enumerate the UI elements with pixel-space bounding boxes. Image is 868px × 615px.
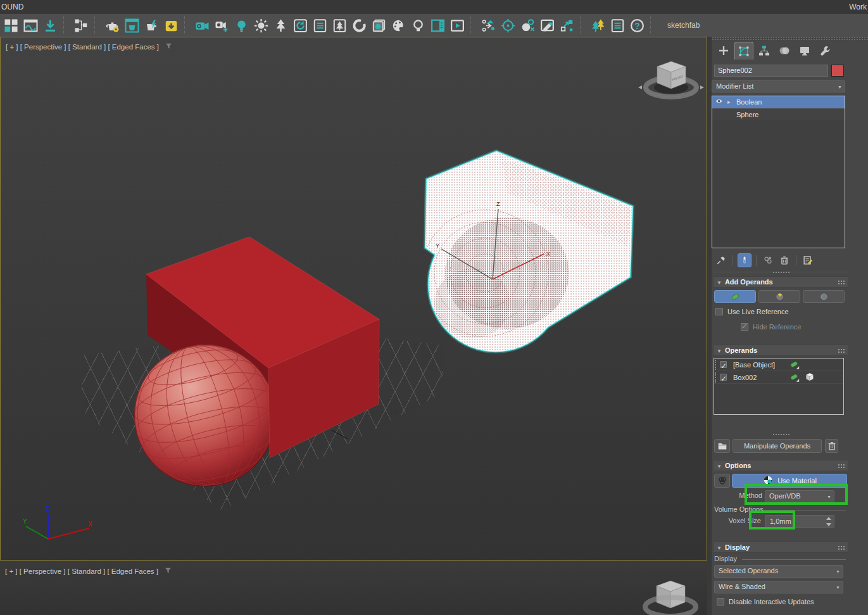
remove-modifier-button[interactable] <box>777 253 791 267</box>
play-window-icon[interactable] <box>448 15 467 35</box>
boolean-result-object[interactable] <box>119 237 379 501</box>
render-setup-icon[interactable] <box>122 15 142 35</box>
show-end-result-button[interactable] <box>738 253 752 267</box>
rollout-collapse-icon[interactable]: ▼ <box>714 348 725 354</box>
drag-handle[interactable] <box>715 372 717 383</box>
voxel-size-field[interactable]: 1,0mm <box>765 515 834 528</box>
operand-label[interactable]: [Base Object] <box>733 358 775 371</box>
operand-row-box002[interactable]: Box002 <box>714 371 843 384</box>
material-mode-button[interactable] <box>714 474 730 488</box>
operand-enable-checkbox[interactable] <box>720 374 727 381</box>
operand-row-base-object[interactable]: [Base Object] <box>714 358 843 371</box>
drag-handle[interactable] <box>715 360 717 370</box>
display-operands-dropdown[interactable]: Selected Operands ▼ <box>714 565 843 578</box>
sphere-paint-icon[interactable] <box>518 15 538 35</box>
array-icon[interactable] <box>1 15 21 35</box>
tab-motion[interactable] <box>775 42 794 60</box>
material-editor-icon[interactable] <box>103 15 122 35</box>
render-production-icon[interactable] <box>161 15 181 35</box>
add-operand-intersect-button[interactable] <box>803 290 845 303</box>
isolate-filter-icon[interactable] <box>163 566 173 576</box>
paint-fill-icon[interactable] <box>538 15 557 35</box>
modifier-stack[interactable]: ▸ Boolean Sphere <box>712 96 845 248</box>
operand-label[interactable]: Box002 <box>733 371 757 384</box>
method-dropdown[interactable]: OpenVDB ▼ <box>765 490 834 503</box>
viewport-secondary[interactable]: [ + ] [ Perspective ] [ Standard ] [ Edg… <box>0 562 707 615</box>
rollout-grip[interactable] <box>838 280 845 285</box>
voxel-size-spinner[interactable] <box>825 517 833 526</box>
openvdb-preview-object[interactable]: Z Y X <box>418 145 640 354</box>
expand-arrow-icon[interactable]: ▸ <box>727 96 731 108</box>
notes-icon[interactable] <box>608 15 627 35</box>
tab-display[interactable] <box>795 42 814 60</box>
stack-item-label[interactable]: Sphere <box>736 109 758 121</box>
rollout-operands-header[interactable]: ▼Operands <box>713 345 848 356</box>
camera-icon[interactable] <box>192 15 212 35</box>
sun-icon[interactable] <box>251 15 271 35</box>
open-operand-file-button[interactable] <box>714 439 730 453</box>
viewport2-label-text[interactable]: [ + ] [ Perspective ] [ Standard ] [ Edg… <box>5 567 158 575</box>
rollout-grip[interactable] <box>838 545 845 550</box>
panel-drag-grip[interactable] <box>712 37 868 41</box>
pin-stack-button[interactable] <box>714 253 728 267</box>
align-boxes-icon[interactable] <box>557 15 577 35</box>
object-name-field[interactable]: Sphere002 <box>714 65 828 77</box>
spinner-down-icon[interactable] <box>826 523 831 526</box>
window-panel-icon[interactable] <box>428 15 448 35</box>
rendered-frame-icon[interactable] <box>142 15 161 35</box>
curve-editor-icon[interactable] <box>21 15 41 35</box>
tab-utilities[interactable] <box>815 42 834 60</box>
isolate-filter-icon[interactable] <box>164 41 173 52</box>
operand-enable-checkbox[interactable] <box>720 361 727 368</box>
remove-operand-button[interactable] <box>825 439 838 453</box>
display-mode-dropdown[interactable]: Wire & Shaded ▼ <box>714 581 843 593</box>
import-icon[interactable] <box>41 15 60 35</box>
operand-box-icon[interactable] <box>804 372 815 387</box>
operand-union-icon[interactable] <box>789 372 800 387</box>
rollout-options-header[interactable]: ▼Options <box>713 460 848 471</box>
script-listener-icon[interactable] <box>310 15 330 35</box>
rollout-collapse-icon[interactable]: ▼ <box>714 280 725 286</box>
rollout-collapse-icon[interactable]: ▼ <box>714 464 725 469</box>
viewcube[interactable]: FRONT <box>638 61 704 97</box>
target-icon[interactable] <box>498 15 518 35</box>
use-live-reference-checkbox[interactable] <box>715 308 723 315</box>
rollout-grip[interactable] <box>838 464 845 469</box>
rollout-grip[interactable] <box>838 348 845 353</box>
spinner-up-icon[interactable] <box>826 517 831 520</box>
rollout-add-operands-header[interactable]: ▼Add Operands <box>713 276 848 288</box>
panel-splitter[interactable] <box>772 270 791 274</box>
add-operand-union-button[interactable] <box>714 290 756 303</box>
rollout-display-header[interactable]: ▼Display <box>713 542 848 553</box>
tab-create[interactable] <box>714 42 733 60</box>
manipulate-operands-button[interactable]: Manipulate Operands <box>733 439 822 453</box>
schematic-view-icon[interactable] <box>72 15 91 35</box>
help-icon[interactable]: ? <box>627 15 647 35</box>
scatter-icon[interactable] <box>479 15 498 35</box>
operands-list[interactable]: [Base Object] Box002 <box>714 358 844 415</box>
light-gray-icon[interactable] <box>408 15 428 35</box>
hide-reference-checkbox[interactable] <box>741 323 748 331</box>
stack-item-boolean[interactable]: ▸ Boolean <box>712 96 845 108</box>
fire-effect-icon[interactable] <box>349 15 369 35</box>
configure-modifier-sets-button[interactable] <box>801 253 815 267</box>
object-color-swatch[interactable] <box>831 65 844 77</box>
viewport-label-text[interactable]: [ + ] [ Perspective ] [ Standard ] [ Edg… <box>6 43 159 51</box>
use-material-button[interactable]: Use Material <box>732 474 847 488</box>
tab-modify[interactable] <box>734 42 753 60</box>
viewport-label[interactable]: [ + ] [ Perspective ] [ Standard ] [ Edg… <box>6 41 173 52</box>
create-camera-icon[interactable] <box>212 15 232 35</box>
stack-item-label[interactable]: Boolean <box>736 96 762 108</box>
light-icon[interactable] <box>232 15 251 35</box>
tab-hierarchy[interactable] <box>755 42 774 60</box>
layers-icon[interactable] <box>369 15 389 35</box>
make-unique-button[interactable] <box>761 253 775 267</box>
sketchfab-label[interactable]: sketchfab <box>667 21 700 30</box>
add-operand-subtract-button[interactable] <box>758 290 800 303</box>
tree-icon[interactable] <box>271 15 291 35</box>
list-resize-splitter[interactable] <box>772 433 791 436</box>
viewport2-label[interactable]: [ + ] [ Perspective ] [ Standard ] [ Edg… <box>5 566 173 576</box>
rollout-collapse-icon[interactable]: ▼ <box>714 545 725 551</box>
stack-item-sphere[interactable]: Sphere <box>712 108 845 120</box>
modifier-list-dropdown[interactable]: Modifier List ▼ <box>712 80 845 92</box>
